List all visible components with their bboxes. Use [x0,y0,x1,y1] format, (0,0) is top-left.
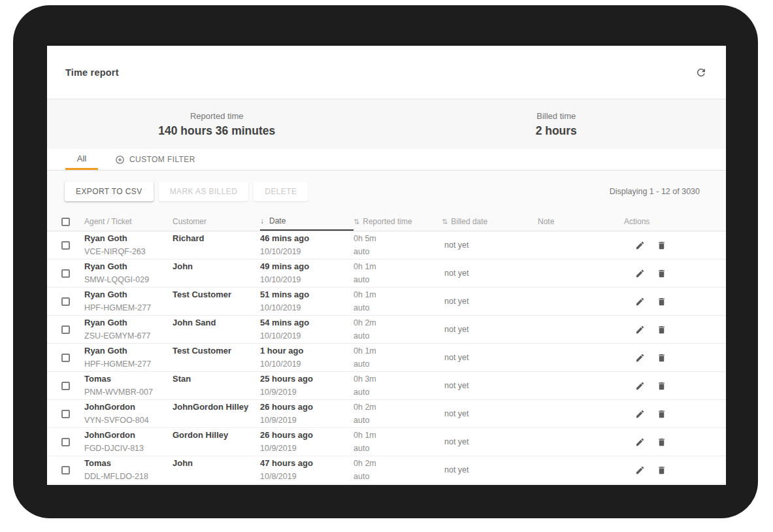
date-absolute: 10/9/2019 [260,442,354,455]
billed-date-cell: not yet [442,401,538,427]
actions-cell [624,373,726,399]
date-cell: 25 hours ago 10/9/2019 [260,373,354,399]
delete-icon[interactable] [656,380,666,391]
row-checkbox[interactable] [61,297,70,306]
add-circle-icon [115,155,125,165]
reported-duration: 0h 1m [354,288,442,301]
delete-button[interactable]: DELETE [254,182,308,201]
delete-icon[interactable] [656,352,666,363]
billed-date-cell: not yet [442,457,538,483]
edit-icon[interactable] [634,268,645,278]
billed-status: not yet [442,239,469,252]
column-billed-date[interactable]: ⇅ Billed date [442,217,538,226]
mark-as-billed-button[interactable]: MARK AS BILLED [159,182,249,201]
billed-status: not yet [442,351,469,364]
delete-icon[interactable] [656,268,666,278]
row-checkbox[interactable] [61,354,70,362]
row-checkbox[interactable] [61,410,70,418]
date-relative: 51 mins ago [260,288,354,301]
billed-status: not yet [442,407,469,420]
app-window: Time report Reported time 140 hours 36 m… [47,46,726,485]
column-date-label: Date [269,216,286,225]
edit-icon[interactable] [634,352,645,363]
edit-icon[interactable] [634,465,645,475]
edit-icon[interactable] [634,324,645,335]
row-checkbox[interactable] [61,241,70,250]
edit-icon[interactable] [634,408,645,419]
actions-cell [624,344,726,371]
row-checkbox[interactable] [61,269,70,278]
delete-icon[interactable] [656,437,666,447]
column-reported-label: Reported time [363,217,412,226]
row-checkbox[interactable] [61,325,70,334]
edit-icon[interactable] [634,437,645,447]
billed-status: not yet [442,463,469,476]
ticket-code: PNM-WVMBR-007 [84,386,173,399]
actions-cell [624,457,726,483]
customer-cell: Stan [173,373,260,399]
tab-custom-filter-label: CUSTOM FILTER [129,155,195,164]
edit-icon[interactable] [634,380,645,391]
row-checkbox[interactable] [61,438,70,446]
row-checkbox-cell [61,457,84,483]
actions-cell [624,260,726,286]
agent-ticket-cell: Ryan Goth VCE-NIRQF-263 [84,232,173,258]
billed-date-cell: not yet [442,316,538,342]
customer-cell: John Sand [173,316,260,342]
row-checkbox[interactable] [61,466,70,474]
note-cell [538,232,624,258]
agent-name: Tomas [84,457,173,470]
customer-name: Test Customer [173,344,260,357]
ticket-code: FGD-DJCIV-813 [84,442,173,455]
edit-icon[interactable] [634,240,645,250]
sort-updown-icon: ⇅ [442,218,448,226]
date-absolute: 10/10/2019 [260,357,354,371]
delete-icon[interactable] [656,408,666,419]
date-relative: 1 hour ago [260,344,354,357]
refresh-icon[interactable] [693,65,709,80]
delete-icon[interactable] [656,324,666,335]
tab-all[interactable]: All [65,149,98,170]
customer-cell: John [173,260,260,286]
reported-mode: auto [354,470,442,483]
row-checkbox[interactable] [61,382,70,390]
edit-icon[interactable] [634,296,645,307]
export-csv-button[interactable]: EXPORT TO CSV [65,182,154,201]
device-frame: Time report Reported time 140 hours 36 m… [13,5,758,518]
column-billed-label: Billed date [451,217,487,226]
column-date[interactable]: ↓ Date [260,212,354,231]
customer-name: John Sand [173,316,260,329]
reported-time-value: 140 hours 36 minutes [158,124,275,138]
note-cell [538,373,624,399]
column-agent-ticket: Agent / Ticket [84,217,173,226]
delete-icon[interactable] [656,465,666,475]
delete-icon[interactable] [656,240,666,250]
agent-ticket-cell: Ryan Goth HPF-HGMEM-277 [84,288,173,314]
table-row: Tomas PNM-WVMBR-007 Stan 25 hours ago 10… [47,372,726,400]
column-reported-time[interactable]: ⇅ Reported time [354,217,442,226]
agent-name: Ryan Goth [84,232,173,245]
select-all-checkbox[interactable] [61,218,70,226]
agent-name: Ryan Goth [84,260,173,273]
delete-icon[interactable] [656,296,666,307]
table-row: Tomas DDL-MFLDO-218 John 47 hours ago 10… [47,456,726,484]
row-checkbox-cell [61,344,84,371]
date-cell: 26 hours ago 10/9/2019 [260,401,354,427]
actions-cell [624,316,726,342]
customer-name: JohnGordon Hilley [173,401,260,414]
agent-ticket-cell: JohnGordon FGD-DJCIV-813 [84,429,173,455]
reported-duration: 0h 1m [354,344,442,357]
billed-date-cell: not yet [442,344,538,371]
reported-duration: 0h 1m [354,429,442,442]
tab-custom-filter[interactable]: CUSTOM FILTER [111,149,199,170]
ticket-code: VYN-SVFOO-804 [84,414,173,427]
agent-name: Ryan Goth [84,288,173,301]
billed-status: not yet [442,435,469,448]
reported-time-cell: 0h 1m auto [354,288,442,314]
date-relative: 49 mins ago [260,260,354,273]
billed-date-cell: not yet [442,288,538,314]
reported-time-cell: 0h 5m auto [354,232,442,258]
agent-ticket-cell: Tomas DDL-MFLDO-218 [84,457,173,483]
table-row: Ryan Goth HPF-HGMEM-277 Test Customer 51… [47,288,726,316]
customer-name: John [173,260,260,273]
